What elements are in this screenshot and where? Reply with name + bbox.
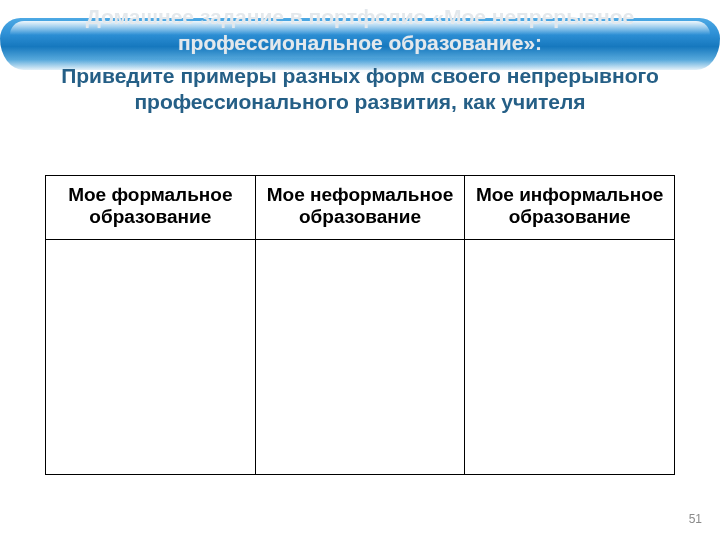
slide-heading-block: Домашнее задание в портфолио «Мое непрер… — [0, 4, 720, 115]
col-header-nonformal: Мое неформальное образование — [255, 176, 465, 240]
col-header-informal: Мое информальное образование — [465, 176, 675, 240]
page-number: 51 — [689, 512, 702, 526]
table-header-row: Мое формальное образование Мое неформаль… — [46, 176, 675, 240]
cell-nonformal — [255, 239, 465, 474]
table-row — [46, 239, 675, 474]
assignment-subtitle: Приведите примеры разных форм своего неп… — [40, 63, 680, 116]
cell-formal — [46, 239, 256, 474]
education-table: Мое формальное образование Мое неформаль… — [45, 175, 675, 475]
assignment-title: Домашнее задание в портфолио «Мое непрер… — [40, 4, 680, 57]
col-header-formal: Мое формальное образование — [46, 176, 256, 240]
cell-informal — [465, 239, 675, 474]
